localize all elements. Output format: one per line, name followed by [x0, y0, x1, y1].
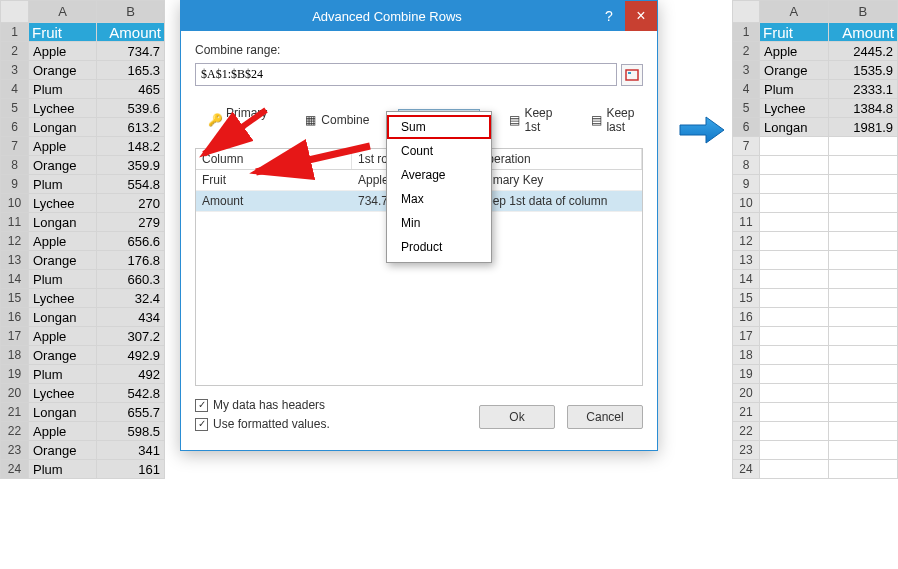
cell[interactable]: [828, 346, 897, 365]
row-header[interactable]: 15: [733, 289, 760, 308]
combine-range-input[interactable]: [195, 63, 617, 86]
cell[interactable]: Apple: [29, 327, 97, 346]
row-header[interactable]: 16: [1, 308, 29, 327]
row-header[interactable]: 1: [1, 23, 29, 42]
cell[interactable]: [828, 403, 897, 422]
cell[interactable]: Fruit: [760, 23, 829, 42]
help-button[interactable]: ?: [593, 1, 625, 31]
primary-key-button[interactable]: 🔑Primary Key: [201, 102, 274, 138]
combine-button[interactable]: ▦Combine: [296, 109, 376, 131]
cell[interactable]: Orange: [760, 61, 829, 80]
cell[interactable]: [828, 156, 897, 175]
row-header[interactable]: 18: [733, 346, 760, 365]
cell[interactable]: [828, 365, 897, 384]
row-header[interactable]: 11: [733, 213, 760, 232]
row-header[interactable]: 4: [733, 80, 760, 99]
select-all-corner[interactable]: [733, 1, 760, 23]
cell[interactable]: 492: [97, 365, 165, 384]
formatted-checkbox[interactable]: ✓: [195, 418, 208, 431]
range-picker-button[interactable]: [621, 64, 643, 86]
row-header[interactable]: 21: [1, 403, 29, 422]
row-header[interactable]: 14: [733, 270, 760, 289]
cell[interactable]: [760, 232, 829, 251]
cell[interactable]: [828, 289, 897, 308]
row-header[interactable]: 14: [1, 270, 29, 289]
cell[interactable]: 2333.1: [828, 80, 897, 99]
cell[interactable]: Lychee: [29, 99, 97, 118]
cell[interactable]: 307.2: [97, 327, 165, 346]
cell[interactable]: 341: [97, 441, 165, 460]
cell[interactable]: 148.2: [97, 137, 165, 156]
cell[interactable]: Longan: [29, 403, 97, 422]
row-header[interactable]: 6: [1, 118, 29, 137]
cell[interactable]: [760, 156, 829, 175]
row-header[interactable]: 15: [1, 289, 29, 308]
cell[interactable]: [760, 384, 829, 403]
row-header[interactable]: 5: [1, 99, 29, 118]
row-header[interactable]: 3: [1, 61, 29, 80]
cell[interactable]: [760, 327, 829, 346]
row-header[interactable]: 8: [733, 156, 760, 175]
cell[interactable]: [828, 194, 897, 213]
cell[interactable]: 554.8: [97, 175, 165, 194]
cell[interactable]: [828, 232, 897, 251]
ok-button[interactable]: Ok: [479, 405, 555, 429]
cell[interactable]: Apple: [29, 42, 97, 61]
cell[interactable]: 655.7: [97, 403, 165, 422]
cell[interactable]: Lychee: [760, 99, 829, 118]
cell[interactable]: [828, 384, 897, 403]
row-header[interactable]: 22: [1, 422, 29, 441]
row-header[interactable]: 5: [733, 99, 760, 118]
row-header[interactable]: 18: [1, 346, 29, 365]
cell[interactable]: Plum: [29, 270, 97, 289]
cell[interactable]: Apple: [29, 137, 97, 156]
cell[interactable]: 1981.9: [828, 118, 897, 137]
cell[interactable]: Amount: [97, 23, 165, 42]
cell[interactable]: Longan: [760, 118, 829, 137]
col-header-a[interactable]: A: [760, 1, 829, 23]
cell[interactable]: [760, 422, 829, 441]
cell[interactable]: [760, 308, 829, 327]
cell[interactable]: 1535.9: [828, 61, 897, 80]
cell[interactable]: Lychee: [29, 289, 97, 308]
cell[interactable]: 465: [97, 80, 165, 99]
headers-checkbox[interactable]: ✓: [195, 399, 208, 412]
cell[interactable]: [828, 175, 897, 194]
cell[interactable]: Apple: [29, 232, 97, 251]
cell[interactable]: [760, 270, 829, 289]
row-header[interactable]: 2: [1, 42, 29, 61]
cell[interactable]: 539.6: [97, 99, 165, 118]
row-header[interactable]: 22: [733, 422, 760, 441]
dropdown-item-sum[interactable]: Sum: [387, 115, 491, 139]
cell[interactable]: 492.9: [97, 346, 165, 365]
cancel-button[interactable]: Cancel: [567, 405, 643, 429]
row-header[interactable]: 13: [733, 251, 760, 270]
cell[interactable]: [828, 422, 897, 441]
row-header[interactable]: 23: [1, 441, 29, 460]
cell[interactable]: Plum: [29, 175, 97, 194]
cell[interactable]: 165.3: [97, 61, 165, 80]
cell[interactable]: [760, 346, 829, 365]
row-header[interactable]: 7: [1, 137, 29, 156]
cell[interactable]: 32.4: [97, 289, 165, 308]
row-header[interactable]: 21: [733, 403, 760, 422]
cell[interactable]: Fruit: [29, 23, 97, 42]
cell[interactable]: [828, 327, 897, 346]
cell[interactable]: Plum: [760, 80, 829, 99]
cell[interactable]: [760, 251, 829, 270]
cell[interactable]: 598.5: [97, 422, 165, 441]
cell[interactable]: 359.9: [97, 156, 165, 175]
cell[interactable]: [828, 213, 897, 232]
list-header-column[interactable]: Column: [196, 149, 352, 169]
cell[interactable]: [828, 460, 897, 479]
cell[interactable]: 161: [97, 460, 165, 479]
cell[interactable]: Longan: [29, 118, 97, 137]
cell[interactable]: [828, 308, 897, 327]
row-header[interactable]: 7: [733, 137, 760, 156]
cell[interactable]: [760, 441, 829, 460]
cell[interactable]: 270: [97, 194, 165, 213]
col-header-b[interactable]: B: [828, 1, 897, 23]
row-header[interactable]: 10: [733, 194, 760, 213]
cell[interactable]: [760, 289, 829, 308]
dialog-titlebar[interactable]: Advanced Combine Rows ? ×: [181, 1, 657, 31]
